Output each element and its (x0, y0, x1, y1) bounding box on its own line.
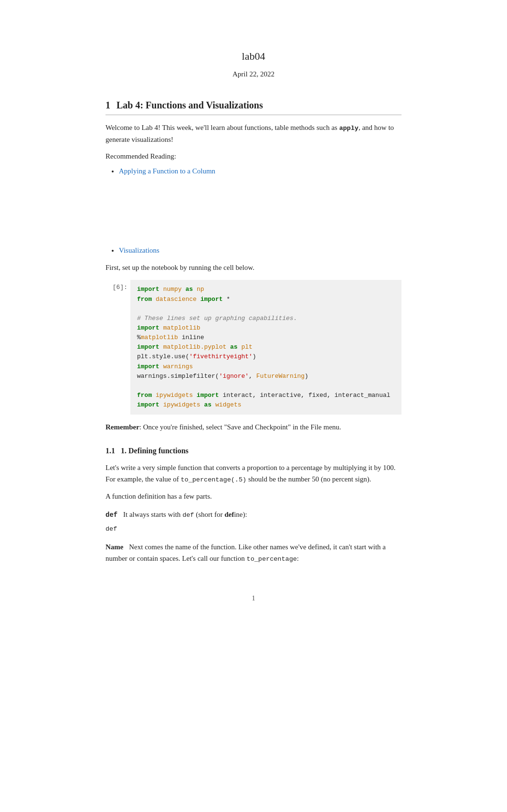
reading-link-2[interactable]: Visualizations (119, 246, 159, 254)
code-label: [6]: (106, 280, 130, 293)
spacer-1 (106, 182, 401, 245)
recommended-label: Recommended Reading: (106, 150, 401, 162)
section1-1-title: 1. Defining functions (121, 447, 189, 455)
reading-item-2: Visualizations (119, 245, 401, 256)
setup-text: First, set up the notebook by running th… (106, 262, 401, 274)
section1-number: 1 (106, 100, 110, 110)
section1-1-heading: 1.1 1. Defining functions (106, 445, 401, 457)
page-title: lab04 (106, 48, 401, 64)
apply-code: apply (339, 125, 359, 132)
remember-text: Remember: Once you're finished, select "… (106, 421, 401, 433)
reading-item-1: Applying a Function to a Column (119, 165, 401, 177)
section1-heading: 1 Lab 4: Functions and Visualizations (106, 97, 401, 115)
name-description: Next comes the name of the function. Lik… (106, 543, 386, 562)
reading-list: Applying a Function to a Column (119, 165, 401, 177)
section1-title: Lab 4: Functions and Visualizations (116, 100, 263, 110)
def-term-def: def It always starts with def (short for… (106, 509, 401, 521)
def-keyword: def (106, 511, 117, 519)
def-example-code: def (106, 525, 117, 533)
to-percentage-name-code: to_percentage (247, 556, 297, 563)
section1-1-para2: A function definition has a few parts. (106, 491, 401, 502)
def-description: It always starts with def (short for def… (123, 511, 247, 518)
reading-link-1[interactable]: Applying a Function to a Column (119, 167, 215, 175)
page-number: 1 (106, 593, 401, 604)
name-term: Name Next comes the name of the function… (106, 541, 401, 565)
page-container: lab04 April 22, 2022 1 Lab 4: Functions … (67, 0, 440, 642)
remember-bold: Remember (106, 423, 139, 431)
to-percentage-code: to_percentage(.5) (180, 476, 246, 483)
code-block: import numpy as np from datascience impo… (130, 280, 401, 415)
def-inline-code: def (182, 512, 194, 519)
reading-list-2: Visualizations (119, 245, 401, 256)
section1-1-para1: Let's write a very simple function that … (106, 462, 401, 486)
page-date: April 22, 2022 (106, 68, 401, 80)
define-bold: def (224, 511, 234, 518)
name-label: Name (106, 543, 124, 551)
code-block-wrapper: [6]: import numpy as np from datascience… (106, 280, 401, 415)
section1-1-number: 1.1 (106, 447, 115, 455)
section1-intro: Welcome to Lab 4! This week, we'll learn… (106, 122, 401, 146)
def-example: def (106, 523, 401, 534)
